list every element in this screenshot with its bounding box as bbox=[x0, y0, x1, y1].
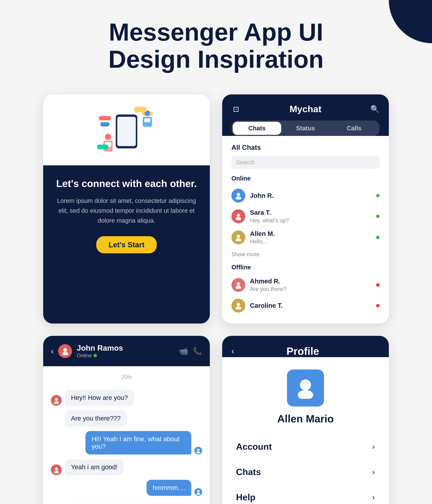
list-item[interactable]: Allen M. Hello... bbox=[231, 227, 379, 248]
messages-area: 20th Hey!! How are you? Are you there???… bbox=[43, 366, 210, 499]
offline-status-dot bbox=[376, 304, 379, 307]
illustration-area bbox=[43, 94, 210, 165]
avatar bbox=[231, 189, 245, 203]
profile-body: Allen Mario Account › Chats › Help › bbox=[222, 357, 389, 504]
sender-avatar bbox=[194, 488, 202, 496]
profile-avatar-icon bbox=[295, 377, 316, 399]
svg-rect-6 bbox=[134, 107, 147, 112]
profile-user-name: Allen Mario bbox=[277, 413, 334, 425]
help-label: Help bbox=[236, 492, 255, 502]
chats-label: Chats bbox=[236, 467, 261, 477]
list-item[interactable]: Caroline T. bbox=[231, 296, 379, 316]
chat-info: Allen M. Hello... bbox=[250, 230, 371, 245]
mychat-screen: ⊡ Mychat 🔍 Chats Status Calls All Chats … bbox=[222, 94, 389, 324]
date-label: 20th bbox=[51, 369, 202, 385]
svg-point-21 bbox=[62, 352, 68, 355]
profile-header: ‹ Profile bbox=[222, 336, 389, 357]
contact-name: John R. bbox=[250, 192, 371, 199]
chats-menu-item[interactable]: Chats › bbox=[231, 459, 379, 485]
svg-point-22 bbox=[55, 398, 58, 401]
svg-point-10 bbox=[237, 193, 240, 196]
svg-point-17 bbox=[236, 286, 241, 289]
search-placeholder: Search bbox=[236, 159, 255, 166]
chat-preview: Are you there? bbox=[250, 286, 371, 292]
all-chats-label: All Chats bbox=[231, 144, 379, 151]
svg-rect-8 bbox=[97, 144, 108, 149]
illus-phone-screen bbox=[117, 117, 136, 146]
profile-title: Profile bbox=[239, 345, 367, 357]
list-item[interactable]: Sara T. Hey, what's up? bbox=[231, 206, 379, 227]
online-section-label: Online bbox=[231, 175, 379, 182]
welcome-heading: Let's connect with each other. bbox=[55, 178, 198, 189]
person-left-icon bbox=[100, 133, 116, 153]
chat-bubble-bottom bbox=[97, 144, 108, 150]
bubble-1 bbox=[99, 116, 111, 120]
message-row: Hi!! Yeah I am fine, what about you? bbox=[51, 431, 202, 454]
contact-name: Ahmed R. bbox=[250, 278, 371, 285]
camera-icon[interactable]: ⊡ bbox=[231, 104, 241, 114]
contact-name: Sara T. bbox=[250, 209, 371, 216]
search-bar[interactable]: Search bbox=[231, 156, 379, 169]
tab-status[interactable]: Status bbox=[281, 122, 330, 135]
contact-name: Allen M. bbox=[250, 230, 371, 237]
illustration-graphic bbox=[97, 107, 156, 156]
svg-point-14 bbox=[237, 235, 240, 238]
video-call-icon[interactable]: 📹 bbox=[179, 347, 188, 355]
svg-point-28 bbox=[197, 490, 199, 492]
online-status-dot bbox=[376, 236, 379, 239]
mychat-body: All Chats Search Online John R. bbox=[222, 136, 389, 324]
message-bubble: Are you there??? bbox=[65, 410, 127, 426]
tab-chats[interactable]: Chats bbox=[233, 122, 281, 135]
online-indicator bbox=[93, 354, 97, 357]
profile-screen: ‹ Profile Allen Mario Account › Chats bbox=[222, 336, 389, 504]
svg-point-16 bbox=[237, 282, 240, 286]
welcome-body: Lorem ipsum dolor sit amet, consectetur … bbox=[55, 196, 198, 225]
message-bubble: Hey!! How are you? bbox=[65, 390, 134, 406]
back-button[interactable]: ‹ bbox=[51, 346, 54, 356]
svg-marker-9 bbox=[105, 149, 108, 150]
svg-point-24 bbox=[197, 449, 199, 451]
mychat-header: ⊡ Mychat 🔍 Chats Status Calls bbox=[222, 94, 389, 136]
svg-marker-7 bbox=[134, 112, 137, 113]
mychat-title: Mychat bbox=[241, 104, 370, 114]
list-item[interactable]: John R. bbox=[231, 186, 379, 206]
offline-status-dot bbox=[376, 283, 379, 287]
avatar bbox=[231, 231, 245, 244]
svg-point-23 bbox=[54, 401, 59, 404]
chat-header: ‹ John Ramos Online 📹 📞 bbox=[43, 336, 210, 366]
bubble-2 bbox=[100, 122, 109, 126]
show-more-button[interactable]: Show more bbox=[231, 248, 379, 261]
list-item[interactable]: Ahmed R. Are you there? bbox=[231, 274, 379, 296]
chat-info: John R. bbox=[250, 192, 371, 199]
chat-bubble-top bbox=[134, 107, 147, 113]
mychat-top-bar: ⊡ Mychat 🔍 bbox=[231, 104, 379, 114]
chat-conversation-screen: ‹ John Ramos Online 📹 📞 20th bbox=[43, 336, 210, 504]
contact-header-status: Online bbox=[77, 352, 174, 359]
svg-point-27 bbox=[54, 471, 59, 473]
page-title: Messenger App UI Design Inspiration bbox=[31, 18, 401, 73]
phone-icon[interactable]: 📞 bbox=[193, 347, 202, 355]
search-icon[interactable]: 🔍 bbox=[370, 104, 379, 114]
message-bubble: Yeah i am good! bbox=[65, 459, 124, 475]
message-row: Are you there??? bbox=[51, 410, 202, 426]
lets-start-button[interactable]: Let's Start bbox=[96, 236, 157, 253]
avatar bbox=[231, 209, 245, 223]
chats-arrow-icon: › bbox=[372, 467, 375, 477]
svg-point-12 bbox=[237, 214, 240, 217]
message-row: hmmmm.... bbox=[51, 480, 202, 496]
welcome-screen: Let's connect with each other. Lorem ips… bbox=[43, 94, 210, 324]
avatar bbox=[231, 278, 245, 292]
offline-section-label: Offline bbox=[231, 264, 379, 271]
contact-avatar bbox=[58, 344, 72, 358]
online-status-dot bbox=[376, 215, 379, 218]
contact-name: Caroline T. bbox=[250, 302, 371, 309]
tab-calls[interactable]: Calls bbox=[330, 122, 378, 135]
account-menu-item[interactable]: Account › bbox=[231, 434, 379, 459]
profile-back-button[interactable]: ‹ bbox=[231, 346, 234, 356]
message-avatar bbox=[51, 395, 62, 406]
account-label: Account bbox=[236, 441, 272, 452]
message-row: Hey!! How are you? bbox=[51, 390, 202, 406]
chat-info: Caroline T. bbox=[250, 302, 371, 309]
message-bubble: hmmmm.... bbox=[147, 480, 191, 496]
help-menu-item[interactable]: Help › bbox=[231, 485, 379, 504]
